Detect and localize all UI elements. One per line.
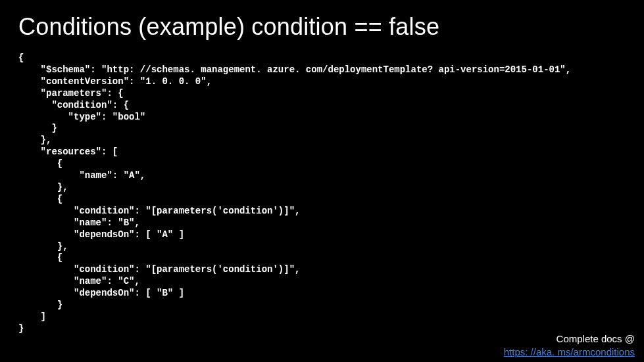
footer: Complete docs @ https: //aka. ms/armcond… bbox=[504, 332, 635, 358]
footer-link[interactable]: https: //aka. ms/armconditions bbox=[504, 346, 635, 357]
slide-title: Conditions (example) condition == false bbox=[18, 13, 626, 41]
code-block: { "$schema": "http: //schemas. managemen… bbox=[18, 53, 626, 335]
slide: Conditions (example) condition == false … bbox=[0, 0, 644, 362]
footer-text: Complete docs @ bbox=[504, 332, 635, 346]
